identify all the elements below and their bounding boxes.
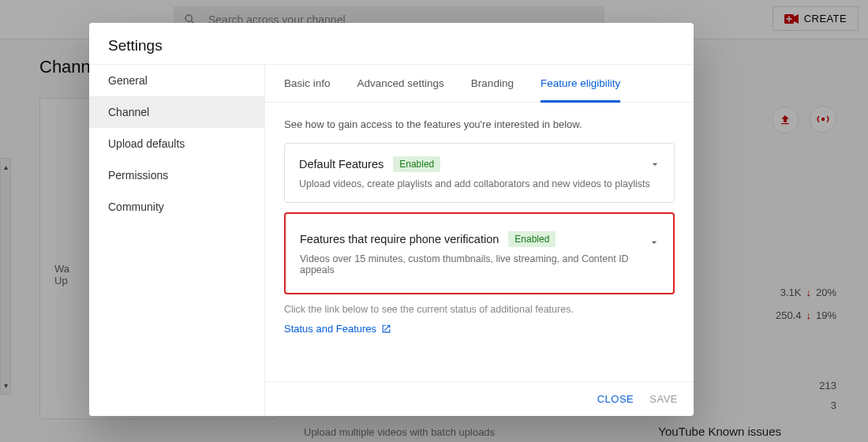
status-and-features-link[interactable]: Status and Features [284, 323, 391, 335]
sidebar-item-channel[interactable]: Channel [89, 96, 264, 128]
save-button[interactable]: SAVE [649, 393, 678, 405]
modal-footer: CLOSE SAVE [265, 381, 694, 416]
default-features-card[interactable]: Default Features Enabled Upload videos, … [284, 143, 675, 203]
tab-feature-eligibility[interactable]: Feature eligibility [541, 65, 620, 103]
sidebar-item-permissions[interactable]: Permissions [89, 159, 264, 191]
link-label: Status and Features [284, 323, 376, 335]
settings-modal: Settings General Channel Upload defaults… [89, 23, 694, 416]
feature-card-title: Features that require phone verification [300, 233, 499, 245]
panel-intro: See how to gain access to the features y… [284, 118, 675, 130]
modal-title: Settings [89, 23, 694, 64]
sidebar-item-upload-defaults[interactable]: Upload defaults [89, 128, 264, 159]
feature-card-desc: Upload videos, create playlists and add … [299, 178, 660, 189]
settings-main: Basic info Advanced settings Branding Fe… [264, 65, 694, 416]
tab-row: Basic info Advanced settings Branding Fe… [265, 65, 694, 103]
panel-hint: Click the link below to see the current … [284, 304, 675, 315]
status-badge: Enabled [393, 156, 440, 172]
sidebar-item-community[interactable]: Community [89, 191, 264, 223]
feature-card-desc: Videos over 15 minutes, custom thumbnail… [300, 253, 659, 275]
sidebar-item-general[interactable]: General [89, 65, 264, 96]
chevron-down-icon[interactable] [649, 158, 661, 173]
feature-card-title: Default Features [299, 158, 383, 170]
tab-advanced-settings[interactable]: Advanced settings [357, 65, 444, 102]
modal-content: General Channel Upload defaults Permissi… [89, 64, 694, 416]
phone-verification-card[interactable]: Features that require phone verification… [284, 212, 675, 294]
tab-branding[interactable]: Branding [471, 65, 514, 102]
status-badge: Enabled [508, 231, 556, 247]
settings-sidebar: General Channel Upload defaults Permissi… [89, 65, 264, 416]
external-link-icon [381, 324, 391, 334]
close-button[interactable]: CLOSE [597, 393, 634, 405]
feature-eligibility-panel: See how to gain access to the features y… [265, 103, 694, 381]
chevron-down-icon[interactable] [648, 236, 660, 251]
tab-basic-info[interactable]: Basic info [284, 65, 331, 102]
